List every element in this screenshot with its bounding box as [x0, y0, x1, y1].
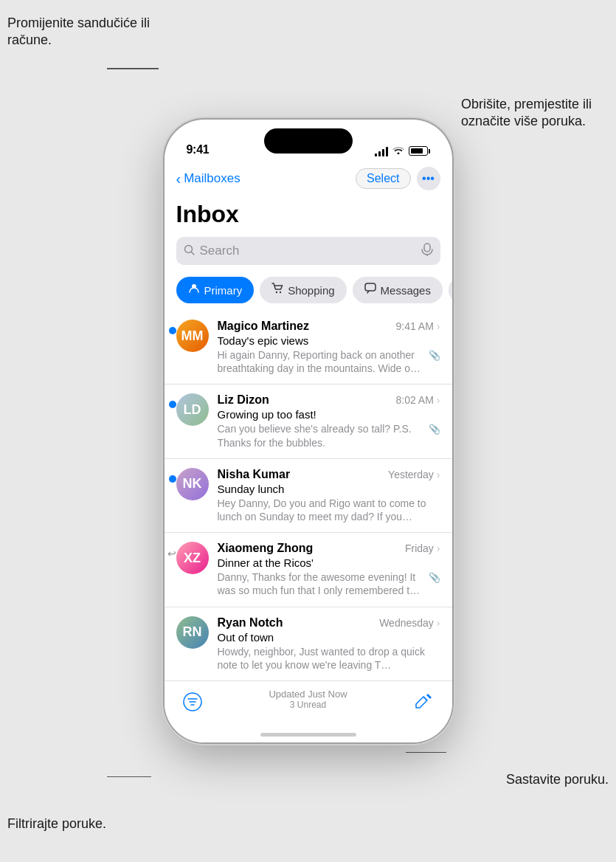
signal-bar-4: [386, 147, 388, 156]
compose-icon: [413, 692, 434, 712]
tab-promotions[interactable]: Promotions: [449, 277, 452, 303]
chevron-right-icon: ›: [437, 320, 440, 332]
home-indicator: [260, 733, 356, 737]
email-time: 9:41 AM: [395, 320, 433, 332]
tab-messages-label: Messages: [381, 284, 431, 297]
select-button[interactable]: Select: [356, 168, 410, 189]
email-content: Xiaomeng Zhong Friday › Dinner at the Ri…: [218, 542, 440, 597]
email-subject: Dinner at the Ricos': [218, 556, 440, 569]
tab-primary-label: Primary: [204, 284, 243, 297]
inbox-title: Inbox: [165, 195, 452, 232]
battery-icon: [409, 146, 430, 156]
email-item[interactable]: LD Liz Dizon 8:02 AM › Growing up too fa…: [165, 385, 452, 458]
avatar: NK: [176, 468, 209, 500]
email-meta: 9:41 AM ›: [395, 320, 440, 332]
avatar: XZ: [176, 542, 209, 574]
signal-bars: [375, 146, 388, 156]
email-header: Ryan Notch Wednesday ›: [218, 616, 440, 630]
attachment-icon: 📎: [429, 350, 440, 361]
compose-button[interactable]: [410, 689, 437, 715]
dynamic-island: [264, 128, 353, 154]
page-wrapper: Promijenite sandučiće ili račune. Obriši…: [0, 0, 616, 862]
annotation-bottom-right: Sastavite poruku.: [506, 771, 609, 788]
email-time: 8:02 AM: [395, 394, 433, 406]
bubble-icon: [364, 283, 376, 297]
email-list: MM Magico Martinez 9:41 AM › Today's epi…: [165, 311, 452, 680]
chevron-right-icon: ›: [437, 394, 440, 406]
email-subject: Today's epic views: [218, 334, 440, 347]
more-button[interactable]: •••: [417, 167, 440, 190]
email-meta: Wednesday ›: [379, 617, 440, 629]
sender-name: Ryan Notch: [218, 616, 283, 630]
status-time: 9:41: [187, 143, 210, 156]
email-preview: Can you believe she's already so tall? P…: [218, 422, 426, 449]
email-preview: Howdy, neighbor, Just wanted to drop a q…: [218, 645, 440, 672]
email-subject: Sunday lunch: [218, 483, 440, 495]
update-status: Updated Just Now 3 Unread: [269, 689, 347, 710]
unread-count: 3 Unread: [269, 700, 347, 710]
sender-name: Liz Dizon: [218, 393, 269, 407]
email-meta: 8:02 AM ›: [395, 394, 440, 406]
email-item[interactable]: ↩ XZ Xiaomeng Zhong Friday › Dinner at t…: [165, 533, 452, 607]
email-content: Ryan Notch Wednesday › Out of town Howdy…: [218, 616, 440, 672]
email-header: Magico Martinez 9:41 AM ›: [218, 320, 440, 333]
sender-name: Magico Martinez: [218, 320, 309, 333]
annotation-bottom-left: Filtrirajte poruke.: [7, 816, 106, 832]
back-chevron-icon: ‹: [176, 171, 181, 186]
email-item[interactable]: MM Magico Martinez 9:41 AM › Today's epi…: [165, 311, 452, 385]
svg-point-5: [276, 292, 277, 293]
chevron-right-icon: ›: [437, 542, 440, 554]
annotation-line-bottom-right: [406, 752, 446, 754]
annotation-line-bottom-left: [107, 776, 151, 778]
email-preview: Danny, Thanks for the awesome evening! I…: [218, 570, 426, 597]
email-header: Nisha Kumar Yesterday ›: [218, 468, 440, 481]
avatar: RN: [176, 616, 209, 649]
signal-bar-1: [375, 154, 377, 156]
status-icons: [375, 145, 430, 156]
email-meta: Friday ›: [405, 542, 440, 554]
svg-point-6: [280, 292, 281, 293]
email-preview: Hi again Danny, Reporting back on anothe…: [218, 348, 426, 375]
tab-messages[interactable]: Messages: [353, 277, 443, 303]
filter-button[interactable]: [179, 689, 206, 715]
svg-rect-2: [424, 244, 430, 252]
tab-primary[interactable]: Primary: [176, 277, 255, 303]
updated-text: Updated Just Now: [269, 689, 347, 700]
back-button[interactable]: ‹ Mailboxes: [176, 171, 240, 186]
svg-line-1: [191, 252, 194, 255]
email-content: Nisha Kumar Yesterday › Sunday lunch Hey…: [218, 468, 440, 523]
mic-icon[interactable]: [421, 243, 433, 259]
cart-icon: [271, 283, 283, 297]
email-time: Yesterday: [388, 469, 434, 480]
svg-rect-7: [365, 283, 376, 291]
sender-name: Nisha Kumar: [218, 468, 291, 481]
search-placeholder: Search: [200, 244, 417, 258]
email-item[interactable]: NK Nisha Kumar Yesterday › Sunday lunch …: [165, 459, 452, 533]
nav-actions: Select •••: [356, 167, 440, 190]
email-content: Magico Martinez 9:41 AM › Today's epic v…: [218, 320, 440, 375]
main-content: Inbox Search: [165, 195, 452, 680]
email-time: Friday: [405, 542, 434, 554]
email-preview: Hey Danny, Do you and Rigo want to come …: [218, 497, 440, 523]
signal-bar-3: [382, 149, 384, 156]
sender-name: Xiaomeng Zhong: [218, 542, 314, 555]
phone-frame: 9:41: [165, 120, 452, 742]
attachment-icon: 📎: [429, 424, 440, 435]
avatar: MM: [176, 320, 209, 352]
chevron-right-icon: ›: [437, 617, 440, 629]
email-item[interactable]: RN Ryan Notch Wednesday › Out of town Ho…: [165, 607, 452, 681]
email-time: Wednesday: [379, 617, 434, 629]
signal-bar-2: [378, 151, 381, 156]
person-icon: [188, 283, 200, 297]
search-bar[interactable]: Search: [176, 237, 440, 265]
tab-shopping[interactable]: Shopping: [260, 277, 346, 303]
email-subject: Out of town: [218, 631, 440, 644]
ellipsis-icon: •••: [422, 172, 435, 185]
annotation-line-top-left: [107, 68, 159, 69]
email-subject: Growing up too fast!: [218, 408, 440, 421]
back-label: Mailboxes: [184, 171, 240, 186]
annotation-top-right: Obrišite, premjestite ili označite više …: [461, 96, 609, 131]
nav-bar: ‹ Mailboxes Select •••: [165, 162, 452, 195]
chevron-right-icon: ›: [437, 469, 440, 480]
unread-dot: [169, 475, 176, 483]
